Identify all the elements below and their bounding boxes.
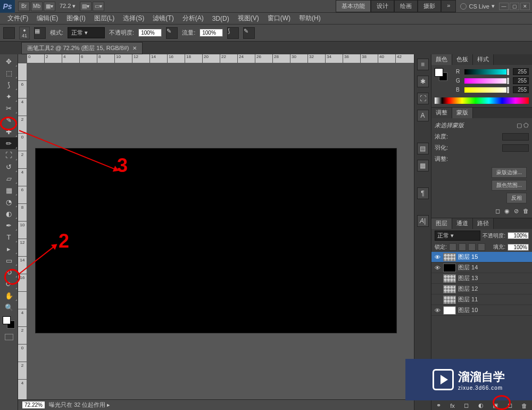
color-panel-swatch[interactable]: [435, 68, 450, 83]
apply-mask-icon[interactable]: ◉: [504, 208, 510, 215]
tool-preset-icon[interactable]: [3, 27, 15, 39]
layer-name[interactable]: 图层 12: [458, 285, 478, 293]
menu-image[interactable]: 图像(I): [62, 13, 89, 24]
lock-pixels-icon[interactable]: [459, 243, 466, 251]
paragraph-panel-icon[interactable]: ¶: [417, 187, 429, 199]
delete-layer-icon[interactable]: 🗑: [521, 403, 527, 409]
dodge-tool[interactable]: ◐: [0, 208, 18, 219]
document-canvas[interactable]: [35, 148, 397, 333]
menu-window[interactable]: 窗口(W): [263, 13, 295, 24]
swatch-tab[interactable]: 色板: [452, 54, 473, 65]
layer-item[interactable]: 👁图层 15: [431, 252, 532, 263]
view-extras-icon[interactable]: ▦▾: [44, 2, 55, 11]
foreground-color[interactable]: [3, 316, 11, 324]
menu-filter[interactable]: 滤镜(T): [148, 13, 178, 24]
status-info[interactable]: 曝光只在 32 位起作用 ▸: [49, 401, 110, 409]
layer-name[interactable]: 图层 10: [458, 306, 478, 314]
healing-tool[interactable]: ✚: [0, 126, 18, 137]
lock-all-icon[interactable]: [478, 243, 485, 251]
quick-mask-toggle[interactable]: [0, 331, 18, 343]
3d-tool[interactable]: ⟲: [0, 266, 18, 278]
menu-file[interactable]: 文件(F): [3, 13, 32, 24]
stamp-tool[interactable]: ⛶: [0, 149, 18, 161]
magic-wand-tool[interactable]: ✦: [0, 91, 18, 102]
g-value[interactable]: 255: [513, 77, 529, 84]
group-icon[interactable]: ▣: [493, 402, 498, 409]
brush-preset-picker[interactable]: ●41: [19, 27, 30, 39]
zoom-level-dropdown[interactable]: 72.2 ▾: [60, 3, 76, 10]
mask-from-sel-icon[interactable]: ◻: [495, 208, 500, 215]
brush-panel-icon[interactable]: ▦: [34, 27, 46, 39]
layer-item[interactable]: 图层 11: [431, 294, 532, 305]
zoom-tool[interactable]: 🔍: [0, 301, 18, 313]
r-slider[interactable]: [464, 69, 510, 75]
layer-opacity-input[interactable]: 100%: [508, 232, 529, 239]
layer-thumbnail[interactable]: [443, 264, 456, 272]
lasso-tool[interactable]: ⟆: [0, 79, 18, 91]
layer-thumbnail[interactable]: [443, 285, 456, 293]
invert-button[interactable]: 反相: [506, 193, 527, 203]
blur-tool[interactable]: ◔: [0, 196, 18, 208]
workspace-more[interactable]: »: [441, 0, 456, 12]
r-value[interactable]: 255: [513, 68, 529, 75]
flow-input[interactable]: 100%: [200, 29, 223, 37]
tablet-size-icon[interactable]: ✎: [243, 27, 255, 39]
new-layer-icon[interactable]: ◻: [508, 402, 512, 409]
styles-tab[interactable]: 样式: [473, 54, 494, 65]
layer-visibility-icon[interactable]: 👁: [434, 307, 441, 314]
maximize-button[interactable]: ▢: [510, 3, 519, 10]
fx-icon[interactable]: fx: [450, 403, 455, 409]
history-brush-tool[interactable]: ↺: [0, 161, 18, 173]
menu-view[interactable]: 视图(V): [234, 13, 263, 24]
b-slider[interactable]: [464, 87, 510, 93]
disable-mask-icon[interactable]: ⊘: [514, 208, 519, 215]
layer-name[interactable]: 图层 14: [458, 264, 478, 272]
menu-layer[interactable]: 图层(L): [90, 13, 119, 24]
hand-tool[interactable]: ✋: [0, 290, 18, 301]
layer-visibility-icon[interactable]: 👁: [434, 265, 441, 271]
layer-name[interactable]: 图层 11: [458, 296, 478, 304]
menu-help[interactable]: 帮助(H): [295, 13, 325, 24]
layer-thumbnail[interactable]: [443, 253, 456, 261]
menu-analysis[interactable]: 分析(A): [178, 13, 208, 24]
character-panel-icon[interactable]: A: [417, 110, 429, 121]
document-tab[interactable]: 画笔工具2 @ 72.2% (图层 15, RGB/8#) ✕: [21, 42, 143, 54]
brush-presets-icon[interactable]: ✱: [417, 76, 429, 87]
styles-panel-icon[interactable]: ▦: [417, 160, 429, 171]
close-button[interactable]: ✕: [520, 3, 530, 10]
delete-mask-icon[interactable]: 🗑: [523, 208, 529, 215]
tablet-opacity-icon[interactable]: ✎: [166, 27, 178, 39]
b-value[interactable]: 255: [513, 86, 529, 93]
paths-tab[interactable]: 路径: [473, 218, 494, 229]
masks-tab[interactable]: 蒙版: [452, 108, 473, 118]
lock-transparent-icon[interactable]: [449, 243, 456, 251]
layer-thumbnail[interactable]: [443, 296, 456, 304]
status-zoom[interactable]: 72.22%: [22, 401, 45, 408]
crop-tool[interactable]: ✂: [0, 102, 18, 114]
minimize-button[interactable]: —: [499, 3, 509, 10]
canvas-viewport[interactable]: [27, 63, 414, 410]
link-layers-icon[interactable]: ⚭: [436, 402, 441, 409]
layer-item[interactable]: 👁图层 10: [431, 305, 532, 316]
adjustments-tab[interactable]: 调整: [431, 108, 452, 118]
eyedropper-tool[interactable]: ✎: [0, 114, 18, 126]
layer-name[interactable]: 图层 15: [458, 253, 478, 261]
type-tool[interactable]: T: [0, 231, 18, 243]
history-panel-icon[interactable]: ≡: [417, 59, 429, 70]
workspace-tab-painting[interactable]: 绘画: [394, 0, 418, 12]
blend-mode-dropdown[interactable]: 正常 ▾: [68, 27, 105, 38]
layer-visibility-icon[interactable]: 👁: [434, 254, 441, 260]
mini-bridge-icon[interactable]: Mb: [31, 2, 43, 11]
eraser-tool[interactable]: ▱: [0, 173, 18, 184]
layer-item[interactable]: 👁图层 14: [431, 263, 532, 273]
color-range-button[interactable]: 颜色范围...: [492, 180, 527, 191]
layer-item[interactable]: 图层 12: [431, 284, 532, 294]
adjustment-layer-icon[interactable]: ◐: [478, 402, 484, 409]
marquee-tool[interactable]: ⬚: [0, 67, 18, 79]
pen-tool[interactable]: ✒: [0, 219, 18, 231]
opacity-input[interactable]: 100%: [138, 29, 162, 37]
move-tool[interactable]: ✥: [0, 55, 18, 67]
swatches-panel-icon[interactable]: ▤: [417, 143, 429, 154]
color-ramp[interactable]: [435, 97, 529, 104]
layer-name[interactable]: 图层 13: [458, 274, 478, 282]
